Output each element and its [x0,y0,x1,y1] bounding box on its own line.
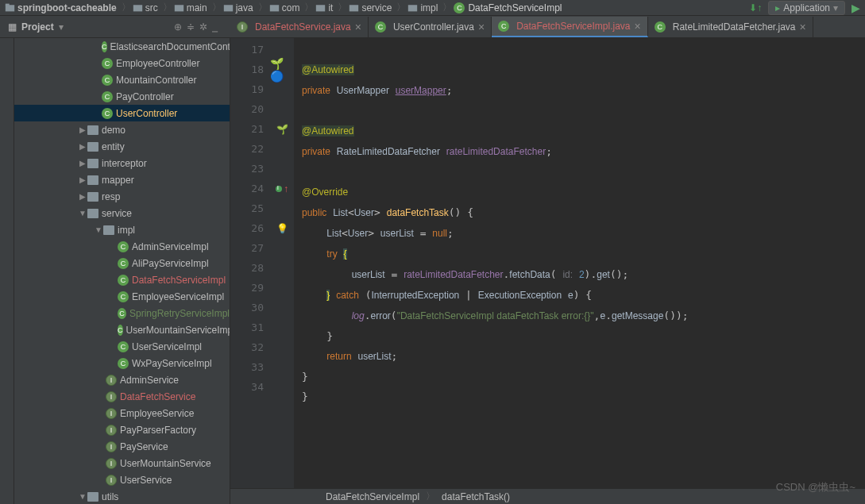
gutter-icons: 🌱🔵🌱↑💡 [270,38,294,488]
class-icon: C [118,258,129,269]
tree-item[interactable]: CAdminServiceImpl [14,238,230,255]
crumb-class[interactable]: DataFetchServiceImpl [326,491,419,502]
svg-rect-5 [270,5,279,11]
class-icon: C [118,358,129,369]
project-tool-title[interactable]: Project [21,21,54,33]
tree-item[interactable]: CPayController [14,88,230,105]
override-icon[interactable] [276,186,282,192]
tree-item[interactable]: CUserController [14,105,230,121]
hide-icon[interactable]: ⎯ [212,21,218,33]
crumb-impl[interactable]: impl [407,2,438,13]
tree-item[interactable]: CSpringRetryServiceImpl [14,305,230,321]
class-icon: C [118,308,126,319]
tree-item[interactable]: ▼service [14,205,230,221]
interface-icon: I [106,375,117,386]
project-dropdown-icon[interactable]: ▾ [59,21,64,33]
tree-item[interactable]: CAliPayServiceImpl [14,255,230,271]
class-icon: C [118,341,129,352]
interface-icon: I [106,425,117,436]
tree-item[interactable]: CUserMountainServiceImpl [14,321,230,338]
crumb-file[interactable]: CDataFetchServiceImpl [454,2,562,13]
tree-item[interactable]: ▼utils [14,488,230,504]
svg-rect-8 [408,5,417,11]
class-icon: C [102,91,113,102]
close-icon[interactable]: × [799,21,805,33]
tree-item[interactable]: CWxPayServiceImpl [14,355,230,371]
svg-rect-6 [316,5,325,11]
close-icon[interactable]: × [635,20,641,33]
collapse-icon[interactable]: ≑ [187,21,195,33]
crumb-com[interactable]: com [269,2,300,13]
bean-icon[interactable]: 🌱🔵 [270,57,294,83]
interface-icon: I [106,391,117,402]
crumb-it[interactable]: it [315,2,333,13]
tree-item[interactable]: ▶resp [14,188,230,205]
interface-icon: I [106,458,117,469]
interface-icon: I [106,408,117,419]
crumb-java[interactable]: java [223,2,253,13]
svg-rect-0 [6,5,14,11]
close-icon[interactable]: × [478,21,485,33]
tree-item[interactable]: IUserService [14,471,230,488]
tree-item[interactable]: ▼impl [14,221,230,238]
svg-rect-3 [175,5,183,11]
tree-item[interactable]: ▶interceptor [14,155,230,171]
bean-icon[interactable]: 🌱 [276,124,288,135]
tree-item[interactable]: ▶mapper [14,171,230,188]
class-icon: C [118,241,129,252]
tree-item[interactable]: CMountainController [14,71,230,88]
crumb-main[interactable]: main [174,2,207,13]
editor-tab[interactable]: CRateLimitedDataFetcher.java× [648,17,813,37]
structure-breadcrumb: DataFetchServiceImpl 〉 dataFetchTask() [230,488,865,504]
close-icon[interactable]: × [355,21,361,33]
tree-item[interactable]: IUserMountainService [14,455,230,471]
svg-rect-1 [6,4,10,6]
locate-icon[interactable]: ⊕ [174,21,182,33]
crumb-service[interactable]: service [349,2,392,13]
code-area[interactable]: @Autowired private UserMapper userMapper… [294,38,865,488]
class-icon: C [102,58,113,69]
editor-tab[interactable]: CUserController.java× [369,17,492,37]
class-icon: C [118,275,129,286]
tree-item[interactable]: IPayParserFactory [14,421,230,438]
tree-item[interactable]: IEmployeeService [14,405,230,421]
tree-item[interactable]: ▶entity [14,138,230,155]
class-icon: C [102,75,113,86]
bulb-icon[interactable]: 💡 [276,223,288,234]
left-gutter [0,38,14,504]
run-config-selector[interactable]: ▸Application▾ [768,1,845,15]
tree-item[interactable]: CUserServiceImpl [14,338,230,355]
crumb-method[interactable]: dataFetchTask() [442,491,510,502]
crumb-src[interactable]: src [133,2,158,13]
tree-item[interactable]: CEmployeeController [14,55,230,71]
project-tree[interactable]: CElasticsearchDocumentControllerCEmploye… [14,38,230,504]
editor-tab[interactable]: IDataFetchService.java× [230,17,369,37]
svg-rect-7 [349,5,358,11]
editor: 171819202122232425262728293031323334 🌱🔵🌱… [230,38,865,504]
class-icon: C [118,325,123,336]
tree-item[interactable]: IPayService [14,438,230,455]
tree-item[interactable]: CElasticsearchDocumentController [14,38,230,55]
tree-item[interactable]: CEmployeeServiceImpl [14,288,230,305]
class-icon: C [102,108,113,119]
crumb-project[interactable]: springboot-cacheable [5,2,117,13]
class-icon: C [118,291,129,302]
line-numbers: 171819202122232425262728293031323334 [230,38,270,488]
svg-rect-2 [133,5,142,11]
svg-rect-4 [224,5,233,11]
editor-tabs: IDataFetchService.java×CUserController.j… [230,16,813,38]
interface-icon: I [106,475,117,486]
editor-tab[interactable]: CDataFetchServiceImpl.java× [492,17,648,37]
run-button[interactable]: ▶ [851,2,860,14]
breadcrumb-bar: springboot-cacheable 〉src 〉main 〉java 〉c… [0,0,865,16]
watermark: CSDN @懒虫虫~ [776,480,855,494]
class-icon: C [102,41,107,52]
tree-item[interactable]: IAdminService [14,371,230,388]
tree-item[interactable]: IDataFetchService [14,388,230,405]
tree-item[interactable]: ▶demo [14,121,230,138]
tree-item[interactable]: CDataFetchServiceImpl [14,271,230,288]
settings-icon[interactable]: ✲ [199,21,207,33]
vcs-icon[interactable]: ⬇↑ [749,2,762,13]
project-tool-icon: ▦ [8,21,17,33]
interface-icon: I [106,441,117,452]
